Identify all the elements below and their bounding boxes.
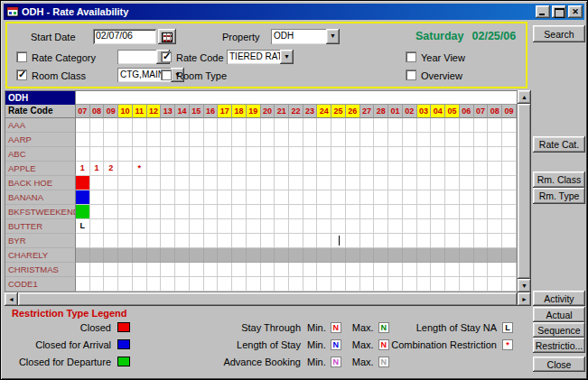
availability-cell[interactable] bbox=[488, 176, 502, 190]
rate-row-label[interactable]: BYR bbox=[5, 234, 76, 248]
day-header-cell[interactable]: 08 bbox=[488, 105, 502, 118]
availability-cell[interactable] bbox=[247, 248, 261, 263]
rate-row-label[interactable]: AAA bbox=[5, 118, 76, 133]
availability-cell[interactable] bbox=[218, 176, 232, 190]
availability-cell[interactable]: L bbox=[76, 219, 90, 234]
availability-cell[interactable] bbox=[331, 219, 346, 234]
availability-cell[interactable] bbox=[303, 205, 318, 219]
availability-cell[interactable] bbox=[190, 263, 204, 277]
availability-cell[interactable] bbox=[232, 248, 247, 263]
rate-row-label[interactable]: BACK HOE bbox=[5, 176, 76, 190]
availability-cell[interactable] bbox=[502, 118, 517, 133]
availability-cell[interactable] bbox=[175, 219, 190, 234]
availability-cell[interactable] bbox=[460, 118, 474, 133]
availability-cell[interactable] bbox=[118, 219, 133, 234]
availability-cell[interactable]: 1 bbox=[76, 162, 90, 176]
availability-cell[interactable] bbox=[360, 133, 375, 147]
availability-cell[interactable] bbox=[474, 277, 489, 292]
availability-cell[interactable] bbox=[431, 277, 445, 292]
availability-cell[interactable] bbox=[474, 234, 489, 248]
availability-cell[interactable] bbox=[374, 277, 388, 292]
availability-cell[interactable] bbox=[460, 219, 474, 234]
availability-cell[interactable] bbox=[346, 234, 360, 248]
availability-cell[interactable] bbox=[445, 234, 460, 248]
availability-cell[interactable] bbox=[247, 162, 261, 176]
availability-cell[interactable] bbox=[431, 248, 445, 263]
minimize-button[interactable] bbox=[536, 5, 550, 18]
availability-cell[interactable] bbox=[133, 118, 147, 133]
availability-cell[interactable] bbox=[232, 263, 247, 277]
availability-cell[interactable] bbox=[445, 162, 460, 176]
v-scroll-thumb[interactable] bbox=[518, 104, 531, 279]
day-header-cell[interactable]: 13 bbox=[161, 105, 175, 118]
availability-cell[interactable] bbox=[289, 162, 303, 176]
availability-cell[interactable] bbox=[388, 133, 403, 147]
availability-cell[interactable] bbox=[218, 190, 232, 205]
availability-cell[interactable] bbox=[403, 190, 417, 205]
availability-cell[interactable] bbox=[488, 234, 502, 248]
availability-cell[interactable] bbox=[388, 248, 403, 263]
availability-cell[interactable] bbox=[417, 219, 432, 234]
availability-cell[interactable] bbox=[403, 162, 417, 176]
availability-cell[interactable] bbox=[118, 234, 133, 248]
day-header-cell[interactable]: 23 bbox=[303, 105, 318, 118]
availability-cell[interactable] bbox=[104, 277, 118, 292]
availability-cell[interactable] bbox=[161, 133, 175, 147]
availability-cell[interactable] bbox=[218, 219, 232, 234]
availability-cell[interactable] bbox=[431, 133, 445, 147]
availability-cell[interactable] bbox=[417, 133, 432, 147]
availability-cell[interactable] bbox=[474, 263, 489, 277]
availability-cell[interactable] bbox=[261, 162, 275, 176]
availability-cell[interactable] bbox=[289, 234, 303, 248]
availability-cell[interactable] bbox=[232, 147, 247, 162]
availability-cell[interactable] bbox=[133, 205, 147, 219]
availability-cell[interactable] bbox=[133, 147, 147, 162]
availability-cell[interactable] bbox=[445, 277, 460, 292]
availability-cell[interactable] bbox=[218, 162, 232, 176]
day-header-cell[interactable]: 15 bbox=[190, 105, 204, 118]
day-header-cell[interactable]: 11 bbox=[133, 105, 147, 118]
availability-cell[interactable] bbox=[190, 234, 204, 248]
availability-cell[interactable] bbox=[403, 205, 417, 219]
day-header-cell[interactable]: 25 bbox=[331, 105, 346, 118]
maximize-button[interactable] bbox=[552, 5, 566, 18]
availability-cell[interactable] bbox=[331, 190, 346, 205]
availability-cell[interactable] bbox=[204, 176, 219, 190]
availability-cell[interactable] bbox=[431, 205, 445, 219]
availability-cell[interactable] bbox=[303, 162, 318, 176]
availability-cell[interactable] bbox=[445, 118, 460, 133]
availability-cell[interactable] bbox=[317, 162, 331, 176]
availability-cell[interactable] bbox=[161, 162, 175, 176]
availability-cell[interactable] bbox=[76, 277, 90, 292]
availability-cell[interactable] bbox=[474, 162, 489, 176]
window-close-button[interactable] bbox=[568, 5, 583, 18]
day-header-cell[interactable]: 07 bbox=[76, 105, 90, 118]
availability-cell[interactable] bbox=[133, 190, 147, 205]
availability-cell[interactable] bbox=[502, 190, 517, 205]
availability-cell[interactable] bbox=[488, 118, 502, 133]
availability-cell[interactable]: 2 bbox=[104, 162, 118, 176]
availability-cell[interactable] bbox=[90, 133, 105, 147]
availability-cell[interactable] bbox=[147, 147, 162, 162]
availability-cell[interactable] bbox=[502, 248, 517, 263]
room-class-checkbox[interactable] bbox=[16, 70, 27, 80]
availability-cell[interactable] bbox=[161, 234, 175, 248]
availability-cell[interactable] bbox=[261, 263, 275, 277]
availability-cell[interactable] bbox=[346, 176, 360, 190]
availability-cell[interactable] bbox=[261, 248, 275, 263]
availability-cell[interactable] bbox=[474, 219, 489, 234]
availability-cell[interactable] bbox=[360, 176, 375, 190]
availability-cell[interactable] bbox=[374, 205, 388, 219]
day-header-cell[interactable]: 20 bbox=[261, 105, 275, 118]
day-header-cell[interactable]: 07 bbox=[474, 105, 489, 118]
availability-cell[interactable] bbox=[275, 277, 289, 292]
availability-cell[interactable] bbox=[317, 147, 331, 162]
availability-cell[interactable] bbox=[261, 219, 275, 234]
restriction-button[interactable]: Restrictio... bbox=[533, 338, 585, 353]
availability-cell[interactable] bbox=[161, 277, 175, 292]
availability-cell[interactable] bbox=[275, 147, 289, 162]
availability-cell[interactable] bbox=[90, 234, 105, 248]
day-header-cell[interactable]: 16 bbox=[204, 105, 219, 118]
availability-cell[interactable] bbox=[388, 118, 403, 133]
availability-cell[interactable] bbox=[460, 133, 474, 147]
